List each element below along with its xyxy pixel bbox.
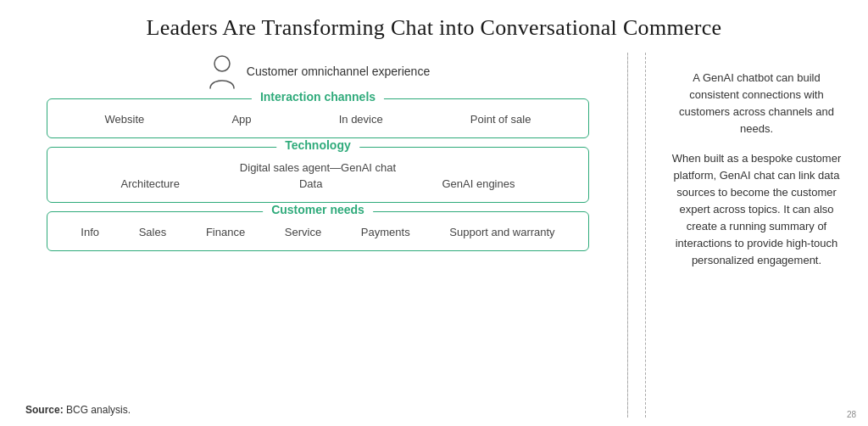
interaction-channels-items: Website App In device Point of sale	[61, 113, 575, 126]
item-info: Info	[81, 226, 99, 238]
customer-needs-title: Customer needs	[263, 203, 373, 216]
tech-row2: Architecture Data GenAI engines	[61, 177, 575, 190]
content-area: Customer omnichannel experience Interact…	[25, 53, 843, 418]
item-data: Data	[299, 177, 322, 190]
item-payments: Payments	[361, 226, 410, 238]
page-container: Leaders Are Transforming Chat into Conve…	[0, 0, 868, 426]
customer-needs-items: Info Sales Finance Service Payments Supp…	[61, 226, 575, 238]
technology-items: Digital sales agent—GenAI chat Architect…	[61, 161, 575, 190]
left-panel: Customer omnichannel experience Interact…	[25, 53, 610, 418]
right-para1: A GenAI chatbot can build consistent con…	[670, 70, 843, 138]
tech-row1: Digital sales agent—GenAI chat	[240, 161, 396, 174]
source-text: BCG analysis.	[66, 404, 131, 416]
customer-omnichannel-label: Customer omnichannel experience	[247, 64, 430, 78]
person-icon	[206, 53, 238, 90]
customer-header: Customer omnichannel experience	[206, 53, 430, 90]
page-title: Leaders Are Transforming Chat into Conve…	[25, 15, 843, 41]
item-website: Website	[105, 113, 145, 126]
technology-title: Technology	[276, 138, 359, 152]
interaction-channels-title: Interaction channels	[252, 90, 384, 104]
item-sales: Sales	[139, 226, 167, 238]
right-text-block: A GenAI chatbot can build consistent con…	[670, 70, 843, 282]
interaction-channels-box: Interaction channels Website App In devi…	[47, 98, 589, 138]
svg-point-0	[214, 56, 230, 71]
item-service: Service	[285, 226, 321, 238]
item-app: App	[231, 113, 251, 126]
item-finance: Finance	[206, 226, 245, 238]
item-genai-engines: GenAI engines	[442, 177, 515, 190]
page-number: 28	[847, 410, 856, 419]
technology-box: Technology Digital sales agent—GenAI cha…	[47, 147, 589, 203]
vertical-divider	[627, 53, 628, 418]
item-architecture: Architecture	[121, 177, 180, 190]
right-panel: A GenAI chatbot can build consistent con…	[645, 53, 843, 418]
source-label: Source:	[25, 404, 64, 416]
item-point-of-sale: Point of sale	[470, 113, 531, 126]
item-support-warranty: Support and warranty	[449, 226, 554, 238]
right-para2: When built as a bespoke customer platfor…	[670, 150, 843, 270]
source-line: Source: BCG analysis.	[25, 404, 131, 416]
item-in-device: In device	[339, 113, 383, 126]
customer-needs-box: Customer needs Info Sales Finance Servic…	[47, 211, 589, 251]
